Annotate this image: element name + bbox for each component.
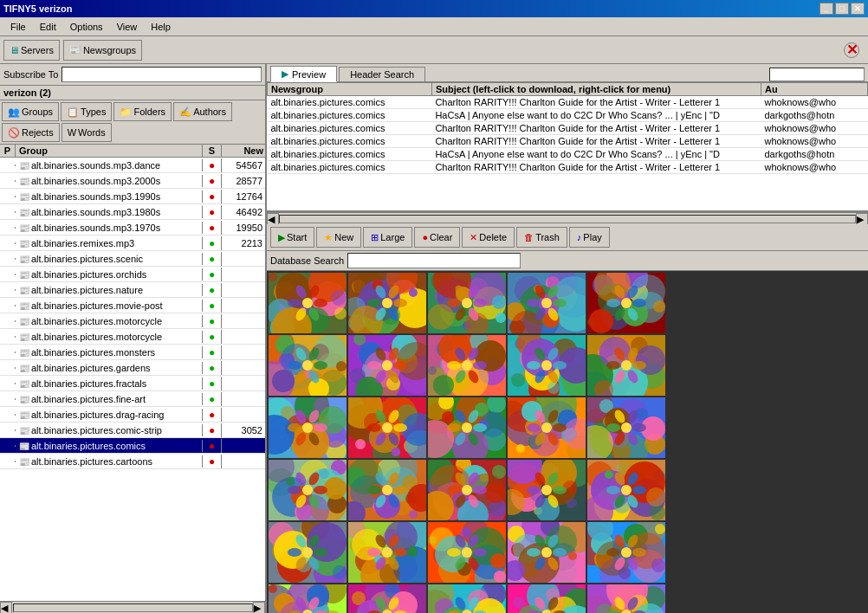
col-header-group[interactable]: Group: [16, 145, 203, 157]
menu-file[interactable]: File: [3, 20, 33, 34]
group-row[interactable]: 📰alt.binaries.pictures.nature●: [0, 282, 265, 298]
image-thumbnail[interactable]: [508, 397, 586, 458]
image-thumbnail[interactable]: [428, 460, 506, 520]
subscribe-input[interactable]: [62, 67, 262, 82]
col-header-new[interactable]: New: [222, 145, 265, 157]
trash-button[interactable]: 🗑 Trash: [516, 227, 567, 248]
newsgroups-button[interactable]: 📰 Newsgroups: [63, 40, 142, 61]
folders-button[interactable]: 📁 Folders: [113, 102, 172, 121]
col-header-s[interactable]: S: [203, 145, 222, 157]
group-row[interactable]: 📰alt.binaries.pictures.drag-racing●: [0, 407, 265, 423]
group-row[interactable]: 📰alt.binaries.sounds.mp3.2000s●28577: [0, 173, 265, 189]
image-thumbnail[interactable]: [587, 273, 665, 333]
group-row[interactable]: 📰alt.binaries.pictures.scenic●: [0, 251, 265, 267]
image-thumbnail[interactable]: [428, 335, 506, 396]
types-button[interactable]: 📋 Types: [61, 102, 112, 121]
tab-header-search[interactable]: Header Search: [339, 67, 425, 81]
col-header-p[interactable]: P: [0, 145, 16, 157]
image-thumbnail[interactable]: [348, 522, 426, 583]
clear-button[interactable]: ● Clear: [414, 227, 460, 248]
image-thumbnail[interactable]: [269, 397, 347, 458]
maximize-button[interactable]: □: [835, 3, 849, 15]
tab-preview[interactable]: ▶ Preview: [270, 66, 337, 82]
menu-view[interactable]: View: [110, 20, 145, 34]
news-scroll-left[interactable]: ◀: [267, 213, 279, 225]
image-thumbnail[interactable]: [587, 397, 665, 458]
close-button[interactable]: ✕: [851, 3, 865, 15]
image-thumbnail[interactable]: [587, 460, 665, 520]
group-row[interactable]: 📰alt.binaries.pictures.motorcycle●: [0, 313, 265, 329]
db-search-input[interactable]: [347, 253, 521, 268]
group-list[interactable]: 📰alt.binaries.sounds.mp3.dance●54567📰alt…: [0, 158, 265, 601]
tab-search-input[interactable]: [769, 68, 865, 81]
start-button[interactable]: ▶ Start: [270, 227, 314, 248]
image-thumbnail[interactable]: [348, 584, 426, 613]
image-thumbnail[interactable]: [269, 273, 347, 333]
image-thumbnail[interactable]: [269, 584, 347, 613]
image-thumbnail[interactable]: [587, 335, 665, 396]
close-right-button[interactable]: ✕: [839, 40, 865, 61]
image-thumbnail[interactable]: [508, 584, 586, 613]
group-row[interactable]: 📰alt.binaries.remixes.mp3●2213: [0, 236, 265, 251]
image-thumbnail[interactable]: [508, 335, 586, 396]
col-newsgroup[interactable]: Newsgroup: [268, 83, 432, 96]
image-grid[interactable]: [267, 271, 868, 613]
image-thumbnail[interactable]: [508, 273, 586, 333]
group-row[interactable]: 📰alt.binaries.sounds.mp3.dance●54567: [0, 158, 265, 173]
delete-button[interactable]: ✕ Delete: [462, 227, 515, 248]
group-row[interactable]: 📰alt.binaries.sounds.mp3.1990s●12764: [0, 189, 265, 204]
menu-edit[interactable]: Edit: [33, 20, 63, 34]
words-button[interactable]: W Words: [62, 123, 112, 142]
groups-button[interactable]: 👥 Groups: [2, 102, 59, 121]
rejects-button[interactable]: 🚫 Rejects: [2, 123, 60, 142]
news-scroll-right[interactable]: ▶: [856, 213, 868, 225]
news-scroll-bar[interactable]: ◀ ▶: [267, 212, 868, 224]
image-thumbnail[interactable]: [587, 522, 665, 583]
group-row[interactable]: 📰alt.binaries.pictures.gardens●: [0, 360, 265, 376]
news-row[interactable]: alt.binaries.pictures.comicsCharlton RAR…: [268, 96, 868, 109]
image-thumbnail[interactable]: [428, 273, 506, 333]
news-row[interactable]: alt.binaries.pictures.comicsCharlton RAR…: [268, 135, 868, 148]
group-row[interactable]: 📰alt.binaries.pictures.movie-post●: [0, 298, 265, 313]
image-thumbnail[interactable]: [348, 273, 426, 333]
image-thumbnail[interactable]: [428, 584, 506, 613]
image-thumbnail[interactable]: [587, 584, 665, 613]
image-thumbnail[interactable]: [269, 335, 347, 396]
image-thumbnail[interactable]: [428, 522, 506, 583]
image-thumbnail[interactable]: [269, 522, 347, 583]
new-button[interactable]: ★ New: [316, 227, 361, 248]
left-scrollbar[interactable]: ◀ ▶: [0, 601, 265, 613]
group-row[interactable]: 📰alt.binaries.pictures.comic-strip●3052: [0, 423, 265, 438]
minimize-button[interactable]: _: [819, 3, 833, 15]
group-row[interactable]: 📰alt.binaries.pictures.motorcycle●: [0, 329, 265, 345]
group-row[interactable]: 📰alt.binaries.pictures.comics●: [0, 438, 265, 454]
col-subject[interactable]: Subject (left-click to download, right-c…: [431, 83, 761, 96]
authors-button[interactable]: ✍ Authors: [173, 102, 232, 121]
image-thumbnail[interactable]: [348, 397, 426, 458]
menu-options[interactable]: Options: [63, 20, 110, 34]
image-thumbnail[interactable]: [348, 335, 426, 396]
group-row[interactable]: 📰alt.binaries.pictures.monsters●: [0, 345, 265, 360]
image-thumbnail[interactable]: [428, 397, 506, 458]
menu-help[interactable]: Help: [144, 20, 178, 34]
group-row[interactable]: 📰alt.binaries.sounds.mp3.1970s●19950: [0, 220, 265, 236]
news-row[interactable]: alt.binaries.pictures.comicsHaCsA | Anyo…: [268, 109, 868, 122]
news-row[interactable]: alt.binaries.pictures.comicsCharlton RAR…: [268, 161, 868, 174]
news-row[interactable]: alt.binaries.pictures.comicsCharlton RAR…: [268, 122, 868, 135]
large-button[interactable]: ⊞ Large: [363, 227, 412, 248]
group-row[interactable]: 📰alt.binaries.pictures.fractals●: [0, 376, 265, 391]
servers-button[interactable]: 🖥 Servers: [3, 40, 60, 61]
group-row[interactable]: 📰alt.binaries.pictures.orchids●: [0, 267, 265, 282]
scroll-right[interactable]: ▶: [253, 602, 265, 614]
play-button[interactable]: ♪ Play: [569, 227, 610, 248]
col-author[interactable]: Au: [761, 83, 867, 96]
image-thumbnail[interactable]: [508, 522, 586, 583]
group-row[interactable]: 📰alt.binaries.sounds.mp3.1980s●46492: [0, 204, 265, 220]
image-thumbnail[interactable]: [508, 460, 586, 520]
group-row[interactable]: 📰alt.binaries.pictures.fine-art●: [0, 391, 265, 407]
news-row[interactable]: alt.binaries.pictures.comicsHaCsA | Anyo…: [268, 148, 868, 161]
image-thumbnail[interactable]: [269, 460, 347, 520]
news-table-container[interactable]: Newsgroup Subject (left-click to downloa…: [267, 82, 868, 212]
group-row[interactable]: 📰alt.binaries.pictures.cartoons●: [0, 454, 265, 469]
image-thumbnail[interactable]: [348, 460, 426, 520]
